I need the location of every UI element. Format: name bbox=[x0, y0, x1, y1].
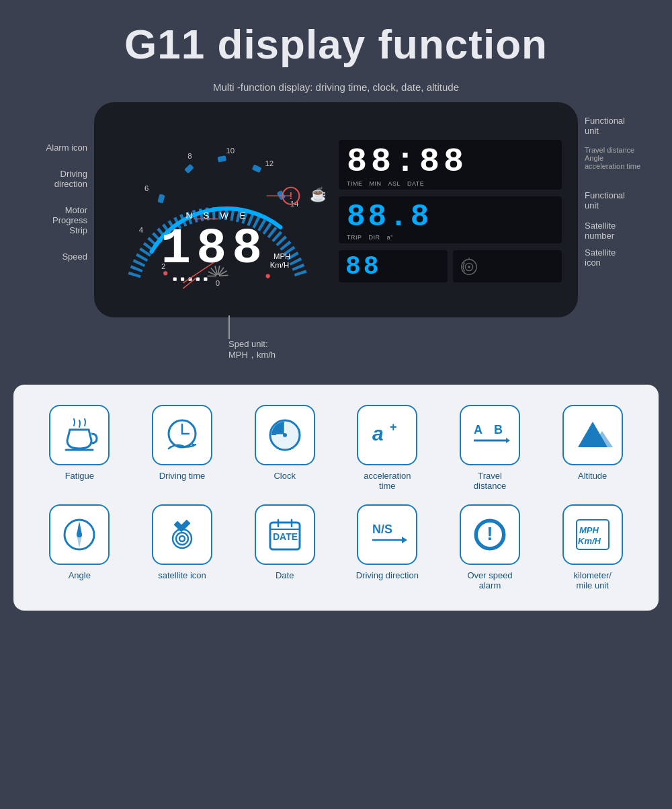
speed-label: Speed bbox=[7, 252, 87, 262]
svg-text:N/S: N/S bbox=[372, 523, 392, 536]
svg-rect-21 bbox=[173, 278, 177, 281]
svg-text:188: 188 bbox=[161, 221, 267, 277]
svg-text:☕: ☕ bbox=[310, 186, 325, 203]
satellite-number-label: Satellitenumber bbox=[585, 221, 672, 241]
svg-text:MPH: MPH bbox=[579, 525, 599, 535]
svg-point-69 bbox=[179, 536, 185, 541]
driving-time-item: Driving time bbox=[136, 405, 228, 491]
overspeed-icon-box: ! bbox=[460, 504, 520, 565]
bottom-icon-panel: Fatigue Driving time bbox=[13, 385, 659, 611]
driving-direction-icon: N/S bbox=[367, 514, 407, 555]
page-title: G11 display function bbox=[0, 0, 672, 75]
travel-distance-item: A B Traveldistance bbox=[444, 405, 536, 491]
svg-text:A: A bbox=[474, 423, 482, 436]
alarm-icon-label: Alarm icon bbox=[7, 143, 87, 153]
unit-item: MPH Km/H kilometer/mile unit bbox=[546, 504, 638, 590]
fatigue-item: Fatigue bbox=[34, 405, 126, 491]
functional-unit-label-2: Functionalunit bbox=[585, 190, 672, 210]
svg-rect-22 bbox=[181, 278, 184, 281]
travel-angle-label: Travel distanceAngleacceleration time bbox=[585, 146, 672, 170]
driving-time-label: Driving time bbox=[159, 471, 206, 481]
svg-rect-9 bbox=[184, 163, 194, 174]
time-display-row: 88:88 TIME MIN ASL DATE bbox=[339, 140, 562, 190]
svg-text:DATE: DATE bbox=[273, 531, 298, 542]
driving-direction-icon-box: N/S bbox=[357, 504, 417, 565]
icon-grid: Fatigue Driving time bbox=[34, 405, 638, 590]
satellite-display-icon bbox=[460, 258, 478, 276]
travel-distance-icon-box: A B bbox=[460, 405, 520, 465]
satellite-icon bbox=[162, 514, 202, 555]
angle-item: Angle bbox=[34, 504, 126, 590]
svg-rect-8 bbox=[157, 194, 165, 203]
satellite-icon-box bbox=[152, 504, 212, 565]
fatigue-icon-box bbox=[49, 405, 110, 465]
main-display-box: 0 2 4 6 8 10 12 14 bbox=[94, 102, 578, 317]
satellite-icon-block bbox=[453, 250, 562, 282]
angle-label: Angle bbox=[69, 570, 91, 580]
svg-text:MPH: MPH bbox=[274, 252, 290, 260]
svg-marker-78 bbox=[402, 537, 407, 543]
svg-text:8: 8 bbox=[187, 152, 192, 160]
altitude-icon-box bbox=[562, 405, 623, 465]
svg-text:a: a bbox=[372, 422, 384, 445]
overspeed-label: Over speedalarm bbox=[467, 570, 512, 590]
satellite-icon-label: Satelliteicon bbox=[585, 247, 672, 268]
svg-point-41 bbox=[468, 266, 470, 268]
altitude-icon bbox=[573, 415, 613, 455]
speed-unit-annotation: Sped unit:MPH，km/h bbox=[228, 315, 276, 361]
digital-displays-area: 88:88 TIME MIN ASL DATE 88.8 TRIP DIR a° bbox=[339, 137, 562, 282]
driving-time-icon-box bbox=[152, 405, 212, 465]
travel-distance-label: Traveldistance bbox=[474, 471, 506, 491]
satellite-item: satellite icon bbox=[136, 504, 228, 590]
satellite-number-block: 88 bbox=[339, 250, 448, 282]
date-label: Date bbox=[276, 570, 294, 580]
driving-direction-item: N/S Driving direction bbox=[341, 504, 433, 590]
svg-text:+: + bbox=[390, 420, 397, 434]
acceleration-label: accelerationtime bbox=[364, 471, 411, 491]
clock-icon bbox=[265, 415, 305, 455]
svg-text:Km/H: Km/H bbox=[270, 261, 289, 269]
right-annotations: Functionalunit Travel distanceAngleaccel… bbox=[585, 116, 672, 274]
svg-text:0: 0 bbox=[216, 279, 220, 287]
satellite-row: 88 bbox=[339, 250, 562, 282]
date-icon: DATE bbox=[265, 514, 305, 555]
driving-time-icon bbox=[162, 415, 202, 455]
unit-icon: MPH Km/H bbox=[573, 514, 613, 555]
date-item: DATE Date bbox=[239, 504, 331, 590]
satellite-digits: 88 bbox=[345, 254, 441, 280]
display-subtitle: Multi -function display: driving time, c… bbox=[0, 81, 672, 93]
time-display-digits: 88:88 bbox=[347, 145, 554, 179]
angle-icon bbox=[59, 514, 99, 555]
svg-marker-58 bbox=[506, 438, 510, 443]
clock-label: Clock bbox=[274, 471, 296, 481]
svg-text:10: 10 bbox=[226, 147, 235, 155]
svg-point-68 bbox=[176, 533, 188, 545]
angle-icon-box bbox=[49, 504, 110, 565]
altitude-label: Altitude bbox=[578, 471, 607, 481]
svg-text:Km/H: Km/H bbox=[578, 536, 601, 546]
motor-progress-label: MotorProgressStrip bbox=[7, 205, 87, 235]
fatigue-icon bbox=[59, 415, 99, 455]
clock-icon-box bbox=[255, 405, 315, 465]
trip-display-labels: TRIP DIR a° bbox=[347, 234, 554, 241]
unit-icon-box: MPH Km/H bbox=[562, 504, 623, 565]
altitude-item: Altitude bbox=[546, 405, 638, 491]
acceleration-icon: a + bbox=[367, 415, 407, 455]
svg-text:6: 6 bbox=[144, 184, 149, 192]
overspeed-item: ! Over speedalarm bbox=[444, 504, 536, 590]
trip-display-row: 88.8 TRIP DIR a° bbox=[339, 196, 562, 243]
overspeed-icon: ! bbox=[470, 514, 510, 555]
driving-direction-label: Drivingdirection bbox=[7, 169, 87, 189]
travel-distance-icon: A B bbox=[470, 415, 510, 455]
trip-display-digits: 88.8 bbox=[347, 202, 554, 233]
unit-label: kilometer/mile unit bbox=[573, 570, 611, 590]
svg-text:4: 4 bbox=[139, 226, 143, 234]
fatigue-label: Fatigue bbox=[65, 471, 94, 481]
speedometer-area: 0 2 4 6 8 10 12 14 bbox=[110, 116, 325, 304]
satellite-icon-label: satellite icon bbox=[158, 570, 206, 580]
time-display-labels: TIME MIN ASL DATE bbox=[347, 180, 554, 187]
clock-item: Clock bbox=[239, 405, 331, 491]
speedometer-svg: 0 2 4 6 8 10 12 14 bbox=[110, 116, 325, 304]
svg-point-52 bbox=[283, 433, 287, 437]
display-section: Alarm icon Drivingdirection MotorProgres… bbox=[0, 102, 672, 331]
